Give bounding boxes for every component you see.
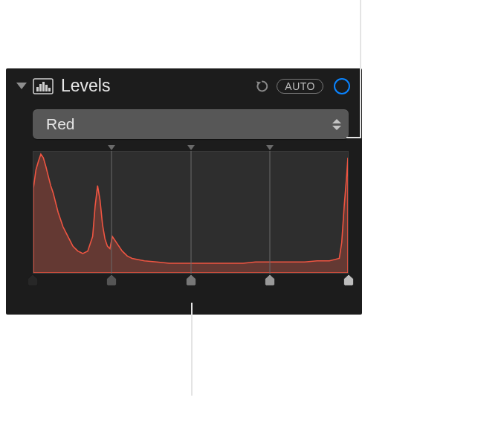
auto-button[interactable]: AUTO (277, 79, 323, 94)
svg-rect-1 (36, 87, 39, 91)
black-point-handle[interactable] (28, 274, 38, 286)
panel-header: Levels AUTO (6, 68, 362, 102)
enable-toggle-icon[interactable] (334, 78, 350, 94)
levels-panel: Levels AUTO Red (6, 68, 362, 315)
reset-icon[interactable] (254, 78, 271, 94)
disclosure-triangle-icon[interactable] (16, 83, 27, 89)
range-top-handle[interactable] (187, 145, 195, 150)
svg-rect-3 (42, 82, 45, 91)
callout-line (360, 0, 361, 138)
callout-line (191, 303, 193, 396)
range-top-handle[interactable] (266, 145, 274, 150)
levels-tool-icon (33, 78, 54, 94)
shadows-handle[interactable] (107, 274, 117, 286)
svg-rect-5 (48, 88, 51, 91)
white-point-handle[interactable] (344, 274, 354, 286)
histogram-chart (33, 152, 348, 273)
histogram-area (33, 145, 349, 283)
svg-rect-2 (39, 84, 42, 91)
midtones-handle[interactable] (186, 274, 196, 286)
channel-selected-label: Red (46, 115, 75, 133)
channel-popup-button[interactable]: Red (33, 109, 349, 139)
histogram-box (33, 151, 349, 274)
updown-chevron-icon (332, 119, 341, 130)
panel-title: Levels (61, 76, 248, 96)
range-top-handle[interactable] (108, 145, 115, 150)
callout-line (346, 137, 361, 138)
svg-rect-4 (45, 85, 48, 91)
highlights-handle[interactable] (265, 274, 274, 286)
